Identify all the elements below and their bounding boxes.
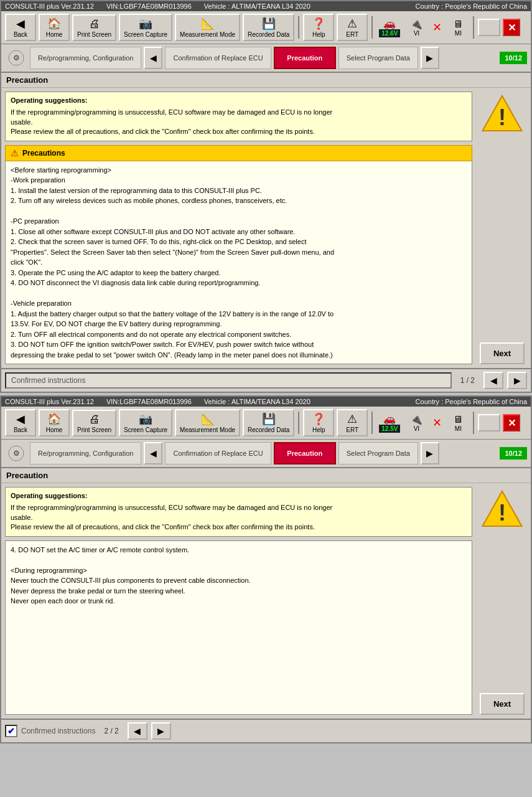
confirm-checkbox-2[interactable]: ✔ — [5, 725, 17, 737]
vi-indicator-2: 🔌 VI — [405, 412, 427, 433]
printer-btn-2[interactable] — [478, 414, 500, 432]
measurement-mode-button-1[interactable]: 📐 Measurement Mode — [175, 14, 240, 41]
nav-step-select-program-1[interactable]: Select Program Data — [338, 47, 418, 69]
prec-line-12: -Vehicle preparation — [11, 298, 467, 309]
prec-line-9: click "OK". — [11, 257, 467, 268]
prec2-line-4: Never depress the brake pedal or turn th… — [11, 586, 467, 597]
vehicle-2: Vehicle : ALTIMA/TEANA L34 2020 — [204, 398, 310, 405]
prec-line-3: 1. Install the latest version of the rep… — [11, 186, 467, 196]
top-bar-2: CONSULT-III plus Ver.231.12 VIN:LGBF7AE0… — [1, 397, 531, 407]
help-icon-2: ❓ — [312, 412, 325, 426]
toolbar-1: ◀ Back 🏠 Home 🖨 Print Screen 📷 Screen Ca… — [1, 11, 531, 44]
vi-indicator-1: 🔌 VI — [405, 17, 427, 38]
content-left-2: Operating suggestions: If the reprogramm… — [5, 487, 472, 715]
back-button-2[interactable]: ◀ Back — [5, 409, 36, 436]
suggestions-line-2: usable. — [11, 118, 467, 127]
nav-reprog-icon-1: ⚙ — [5, 47, 27, 69]
section-title-2: Precaution — [1, 468, 531, 483]
section-title-1: Precaution — [1, 73, 531, 88]
measure-icon-2: 📐 — [201, 412, 215, 426]
nav-step-reprog-2[interactable]: Re/programming, Configuration — [30, 442, 141, 465]
back-button-1[interactable]: ◀ Back — [5, 14, 36, 41]
printer-btn-1[interactable] — [478, 19, 500, 36]
suggestions-line-1: If the reprogramming/programming is unsu… — [11, 108, 467, 117]
nav-step-reprog-1[interactable]: Re/programming, Configuration — [30, 47, 141, 69]
ert-button-2[interactable]: ⚠ ERT — [337, 409, 368, 436]
page-indicator-2: 2 / 2 — [99, 727, 123, 735]
mi-indicator-1: 🖥 MI — [447, 17, 469, 38]
prec-line-1: <Before starting reprogramming> — [11, 165, 467, 176]
toolbar-divider-4 — [371, 412, 373, 434]
confirmed-label-1: Confirmed instructions — [5, 372, 452, 389]
nav-prev-2[interactable]: ◀ — [144, 442, 162, 465]
precautions-header-1: ⚠ Precautions — [5, 145, 472, 161]
nav-next-arrow-1[interactable]: ▶ — [421, 47, 439, 69]
screen-capture-button-1[interactable]: 📷 Screen Capture — [119, 14, 172, 41]
print-screen-button-1[interactable]: 🖨 Print Screen — [72, 14, 116, 41]
close-button-1[interactable]: ✕ — [503, 19, 520, 36]
content-left-1: Operating suggestions: If the reprogramm… — [5, 92, 472, 364]
help-button-2[interactable]: ❓ Help — [303, 409, 334, 436]
prec-line-13: 1. Adjust the battery charger output so … — [11, 309, 467, 319]
back-icon-2: ◀ — [16, 412, 25, 426]
prec-line-10: 3. Operate the PC using the A/C adaptor … — [11, 268, 467, 278]
country-2: Country : People's Republic of China — [416, 398, 527, 405]
nav-progress-1: 10/12 — [500, 52, 527, 64]
page-prev-btn-2[interactable]: ◀ — [128, 722, 147, 740]
warning-triangle-icon-1: ⚠ — [11, 148, 19, 158]
warning-icon-2: ! — [480, 487, 524, 531]
suggestions-line-2-1: If the reprogramming/programming is unsu… — [11, 503, 467, 512]
page-indicator-1: 1 / 2 — [455, 376, 480, 385]
pagination-bar-1: Confirmed instructions 1 / 2 ◀ ▶ — [1, 368, 531, 392]
app-title-1: CONSULT-III plus Ver.231.12 — [5, 2, 94, 10]
close-button-2[interactable]: ✕ — [503, 414, 520, 432]
suggestions-title-2: Operating suggestions: — [11, 491, 467, 501]
record-icon-1: 💾 — [262, 17, 276, 31]
screen-capture-button-2[interactable]: 📷 Screen Capture — [119, 409, 172, 436]
help-button-1[interactable]: ❓ Help — [303, 14, 334, 41]
suggestions-box-2: Operating suggestions: If the reprogramm… — [5, 487, 472, 537]
help-icon-1: ❓ — [312, 17, 325, 31]
nav-prev-1[interactable]: ◀ — [144, 47, 162, 69]
confirmed-label-2: Confirmed instructions — [21, 727, 95, 735]
prec-line-14: 13.5V. For EV, DO NOT charge the EV batt… — [11, 319, 467, 329]
record-icon-2: 💾 — [262, 412, 276, 426]
ert-icon-1: ⚠ — [347, 17, 357, 31]
page-next-btn-2[interactable]: ▶ — [151, 722, 171, 740]
nav-next-arrow-2[interactable]: ▶ — [421, 442, 439, 465]
nav-step-precaution-2[interactable]: Precaution — [274, 442, 336, 465]
home-button-1[interactable]: 🏠 Home — [39, 14, 70, 41]
toolbar-divider-1 — [298, 16, 299, 39]
pagination-bar-2: ✔ Confirmed instructions 2 / 2 ◀ ▶ — [1, 719, 531, 742]
voltage-display-1: 12.6V — [379, 29, 400, 37]
recorded-data-button-2[interactable]: 💾 Recorded Data — [243, 409, 294, 436]
ert-button-1[interactable]: ⚠ ERT — [337, 14, 368, 41]
main-content-2: Operating suggestions: If the reprogramm… — [1, 483, 531, 719]
prec2-line-1: 4. DO NOT set the A/C timer or A/C remot… — [11, 545, 467, 555]
recorded-data-button-1[interactable]: 💾 Recorded Data — [243, 14, 294, 41]
print-icon-2: 🖨 — [89, 413, 100, 426]
back-icon-1: ◀ — [16, 17, 25, 31]
measurement-mode-button-2[interactable]: 📐 Measurement Mode — [175, 409, 240, 436]
nav-step-select-program-2[interactable]: Select Program Data — [338, 442, 418, 465]
home-icon-1: 🏠 — [47, 17, 61, 31]
panel-2: CONSULT-III plus Ver.231.12 VIN:LGBF7AE0… — [0, 395, 532, 743]
page-prev-btn-1[interactable]: ◀ — [483, 372, 503, 389]
nav-step-precaution-1[interactable]: Precaution — [274, 47, 336, 69]
prec-line-11: 4. DO NOT disconnect the VI diagnosis da… — [11, 278, 467, 288]
voltage-display-2: 12.5V — [379, 425, 400, 433]
next-button-2[interactable]: Next — [480, 693, 525, 715]
print-screen-button-2[interactable]: 🖨 Print Screen — [72, 410, 116, 436]
home-button-2[interactable]: 🏠 Home — [39, 409, 70, 436]
next-button-1[interactable]: Next — [480, 342, 525, 364]
nav-step-confirm-ecu-2[interactable]: Confirmation of Replace ECU — [165, 442, 271, 465]
nav-step-confirm-ecu-1[interactable]: Confirmation of Replace ECU — [165, 47, 271, 69]
panel-1: CONSULT-III plus Ver.231.12 VIN:LGBF7AE0… — [0, 0, 532, 393]
mi-indicator-2: 🖥 MI — [447, 413, 469, 433]
page-next-btn-1[interactable]: ▶ — [507, 372, 527, 389]
nav-bar-1: ⚙ Re/programming, Configuration ◀ Confir… — [1, 44, 531, 73]
camera-icon-1: 📷 — [139, 17, 152, 31]
nav-progress-2: 10/12 — [500, 447, 527, 460]
checkbox-area-2: ✔ Confirmed instructions — [5, 725, 95, 737]
prec-line-6: 1. Close all other software except CONSU… — [11, 227, 467, 237]
